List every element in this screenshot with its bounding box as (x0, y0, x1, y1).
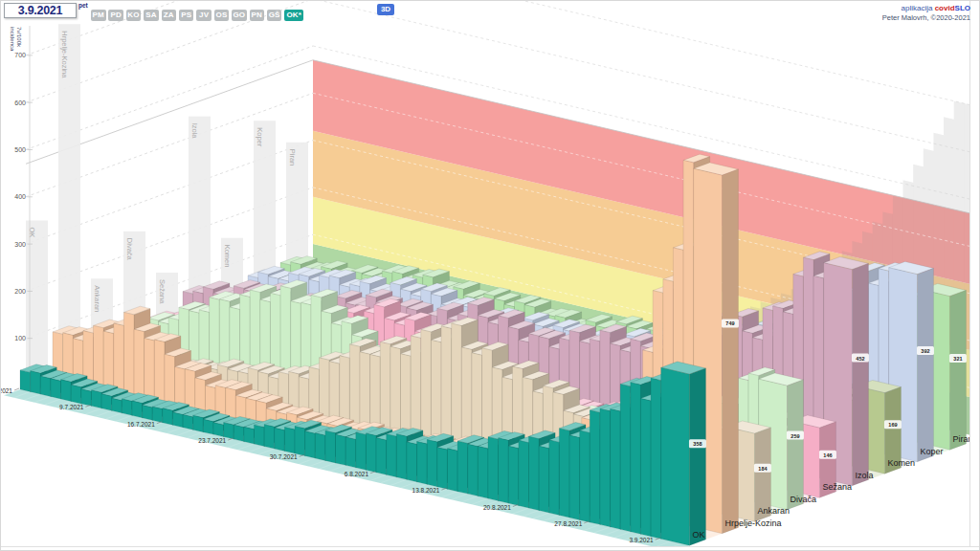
y-tick-300: 300 (14, 241, 26, 248)
y-axis-title: 7v/100kincidenca (10, 27, 22, 52)
region-button-PN[interactable]: PN (250, 10, 265, 21)
app-title: aplikacija covidSLO (882, 4, 970, 13)
region-button-OS[interactable]: OS (214, 10, 230, 21)
shadow-label-Izola: Izola (190, 123, 199, 140)
value-label-OK: 358 (693, 441, 702, 447)
municipality-label-OK: OK (692, 530, 704, 540)
bar[interactable] (661, 362, 706, 545)
value-label-Piran: 321 (953, 356, 962, 362)
date-tick-23.7.2021: 23.7.2021 (198, 437, 226, 444)
shadow-label-Sežana: Sežana (158, 279, 167, 304)
municipality-label-Komen: Komen (887, 458, 915, 468)
y-tick-500: 500 (14, 146, 26, 153)
date-tick-16.7.2021: 16.7.2021 (127, 421, 155, 428)
brand-slo: SLO (955, 4, 970, 12)
region-button-OK-active[interactable]: OK* (284, 10, 303, 21)
date-tick-2.7.2021: 2.7.2021 (1, 387, 12, 394)
y-tick-100: 100 (14, 335, 26, 342)
date-tick-13.8.2021: 13.8.2021 (412, 487, 440, 494)
shadow-label-Ankaran: Ankaran (93, 285, 101, 312)
brand-covid: covid (935, 4, 955, 12)
value-label-Ankaran: 184 (758, 466, 768, 472)
value-label-Divača: 259 (791, 433, 799, 439)
date-tick-27.8.2021: 27.8.2021 (554, 520, 582, 527)
value-label-Izola: 452 (856, 356, 864, 362)
region-button-PM[interactable]: PM (91, 10, 106, 21)
shadow-label-OK: OK (28, 228, 36, 238)
municipality-label-Hrpelje-Kozina: Hrpelje-Kozina (724, 518, 781, 528)
region-button-PS[interactable]: PS (179, 10, 194, 21)
value-label-Komen: 169 (888, 422, 897, 428)
municipality-label-Ankaran: Ankaran (757, 506, 790, 516)
app-title-prefix: aplikacija (902, 4, 933, 12)
municipality-shadow-bar-OK (26, 221, 48, 389)
municipality-label-Izola: Izola (855, 471, 873, 480)
y-tick-200: 200 (14, 288, 26, 295)
view-3d-button[interactable]: 3D (377, 4, 394, 15)
value-label-Hrpelje-Kozina: 749 (725, 320, 734, 326)
y-tick-700: 700 (14, 52, 26, 58)
region-button-PD[interactable]: PD (108, 10, 123, 21)
app-credits: aplikacija covidSLO Peter Malovrh, ©2020… (882, 4, 970, 23)
y-tick-600: 600 (14, 99, 26, 106)
chart-canvas[interactable]: OKHrpelje-KozinaAnkaranDivačaSežanaIzola… (1, 1, 980, 551)
toolbar: 3.9.2021 pet PMPDKOSAZAPSJVOSGOPNGŠOK* 3… (1, 1, 979, 20)
region-button-ZA[interactable]: ZA (162, 10, 177, 21)
date-tick-3.9.2021: 3.9.2021 (629, 537, 654, 543)
municipality-label-Sežana: Sežana (822, 482, 852, 492)
municipality-label-Koper: Koper (920, 447, 943, 456)
y-tick-400: 400 (14, 193, 26, 200)
value-label-Sežana: 146 (823, 452, 832, 458)
date-tick-9.7.2021: 9.7.2021 (59, 404, 84, 410)
region-button-KO[interactable]: KO (126, 10, 142, 21)
region-button-GO[interactable]: GO (232, 10, 247, 21)
region-button-GŠ[interactable]: GŠ (267, 10, 282, 21)
date-picker[interactable]: 3.9.2021 (4, 3, 77, 18)
region-button-JV[interactable]: JV (196, 10, 212, 21)
value-label-Koper: 392 (921, 348, 929, 354)
weekday-label: pet (78, 2, 88, 9)
date-tick-6.8.2021: 6.8.2021 (345, 471, 369, 477)
date-tick-20.8.2021: 20.8.2021 (483, 504, 511, 511)
shadow-label-Divača: Divača (125, 238, 134, 261)
author-credit: Peter Malovrh, ©2020-2021 (882, 13, 970, 23)
shadow-label-Piran: Piran (288, 149, 297, 166)
shadow-label-Koper: Koper (256, 127, 264, 147)
shadow-label-Hrpelje-Kozina: Hrpelje-Kozina (60, 31, 69, 78)
panel-edge-bottom (1, 546, 979, 547)
app-window: OKHrpelje-KozinaAnkaranDivačaSežanaIzola… (0, 0, 980, 551)
region-switcher: PMPDKOSAZAPSJVOSGOPNGŠOK* (91, 4, 306, 15)
panel-edge-right (969, 1, 970, 546)
shadow-label-Komen: Komen (223, 245, 232, 268)
date-tick-30.7.2021: 30.7.2021 (270, 453, 298, 460)
municipality-label-Divača: Divača (790, 495, 816, 504)
region-button-SA[interactable]: SA (144, 10, 159, 21)
